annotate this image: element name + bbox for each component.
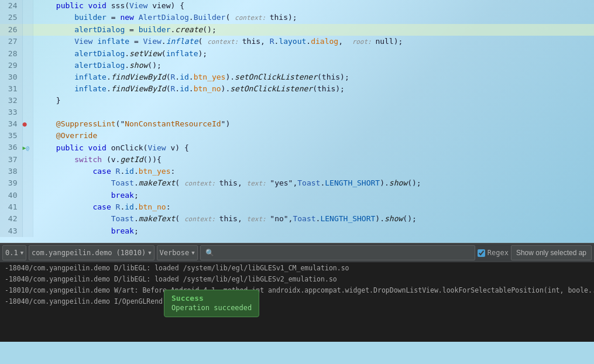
line-number: 27 [0, 36, 22, 48]
line-number: 30 [0, 71, 22, 83]
line-gutter [22, 36, 33, 48]
version-dropdown-icon: ▼ [20, 250, 23, 256]
line-gutter [22, 107, 33, 118]
line-content: case R.id.btn_yes: [33, 166, 594, 177]
success-message: Operation succeeded [171, 304, 252, 312]
regex-label[interactable]: Regex [478, 249, 509, 257]
line-number: 38 [0, 166, 22, 177]
success-title: Success [171, 294, 252, 303]
line-number: 24 [0, 0, 22, 12]
line-content: alertDialog = builder.create(); [33, 24, 594, 36]
line-gutter [22, 0, 33, 12]
line-content: switch (v.getId()){ [33, 154, 594, 166]
log-area: -18040/com.yangpeilin.demo D/libEGL: loa… [0, 263, 594, 342]
success-popup: Success Operation succeeded [164, 290, 259, 317]
line-gutter [22, 201, 33, 213]
line-content: case R.id.btn_no: [33, 201, 594, 213]
line-number: 29 [0, 60, 22, 71]
line-gutter [22, 24, 33, 36]
line-content [33, 107, 594, 118]
log-line: -18040/com.yangpeilin.demo D/libEGL: loa… [0, 274, 594, 285]
line-gutter [22, 95, 33, 107]
version-select[interactable]: 0.1 ▼ [2, 245, 26, 260]
line-content: } [33, 95, 594, 107]
line-gutter [22, 225, 33, 237]
line-gutter [22, 71, 33, 83]
show-selected-button[interactable]: Show only selected ap [511, 245, 592, 260]
line-number: 25 [0, 12, 22, 24]
filter-bar: 0.1 ▼ com.yangpeilin.demo (18010) ▼ Verb… [0, 243, 594, 263]
line-number: 43 [0, 225, 22, 237]
log-line: -18040/com.yangpeilin.demo D/libEGL: loa… [0, 263, 594, 274]
level-select[interactable]: Verbose ▼ [157, 245, 198, 260]
line-content: View inflate = View.inflate( context: th… [33, 36, 594, 48]
line-number: 41 [0, 201, 22, 213]
line-number: 33 [0, 107, 22, 118]
line-content: builder = new AlertDialog.Builder( conte… [33, 12, 594, 24]
line-gutter [22, 177, 33, 190]
line-gutter [22, 166, 33, 177]
line-number: 37 [0, 154, 22, 166]
log-line: -18010/com.yangpeilin.demo W/art: Before… [0, 285, 594, 296]
level-dropdown-icon: ▼ [191, 250, 194, 256]
line-gutter: ● [22, 118, 33, 130]
line-number: 35 [0, 130, 22, 142]
line-content: @Override [33, 130, 594, 142]
line-gutter: ▶@ [22, 142, 33, 154]
regex-checkbox[interactable] [478, 249, 485, 257]
line-gutter [22, 48, 33, 60]
line-number: 26 [0, 24, 22, 36]
line-gutter [22, 83, 33, 95]
line-number: 36 [0, 142, 22, 154]
line-content: Toast.makeText( context: this, text: "no… [33, 213, 594, 225]
line-number: 34 [0, 118, 22, 130]
line-gutter [22, 130, 33, 142]
line-number: 40 [0, 190, 22, 201]
code-lines: 24 public void sss(View view) {25 builde… [0, 0, 594, 237]
line-content: @SuppressLint("NonConstantResourceId") [33, 118, 594, 130]
line-content: break; [33, 190, 594, 201]
line-content: break; [33, 225, 594, 237]
code-editor: 24 public void sss(View view) {25 builde… [0, 0, 594, 243]
line-number: 28 [0, 48, 22, 60]
line-number: 31 [0, 83, 22, 95]
line-gutter [22, 190, 33, 201]
line-content: alertDialog.show(); [33, 60, 594, 71]
line-gutter [22, 213, 33, 225]
line-gutter [22, 154, 33, 166]
search-input[interactable] [200, 245, 475, 260]
line-gutter [22, 60, 33, 71]
line-number: 39 [0, 177, 22, 190]
line-gutter [22, 12, 33, 24]
package-dropdown-icon: ▼ [148, 250, 151, 256]
line-content: inflate.findViewById(R.id.btn_yes).setOn… [33, 71, 594, 83]
package-select[interactable]: com.yangpeilin.demo (18010) ▼ [29, 245, 154, 260]
line-number: 32 [0, 95, 22, 107]
line-content: alertDialog.setView(inflate); [33, 48, 594, 60]
line-content: public void onClick(View v) { [33, 142, 594, 154]
line-number: 42 [0, 213, 22, 225]
line-content: Toast.makeText( context: this, text: "ye… [33, 177, 594, 190]
line-content: inflate.findViewById(R.id.btn_no).setOnC… [33, 83, 594, 95]
log-line: -18040/com.yangpeilin.demo I/OpenGLRend.… [0, 296, 594, 307]
line-content: public void sss(View view) { [33, 0, 594, 12]
